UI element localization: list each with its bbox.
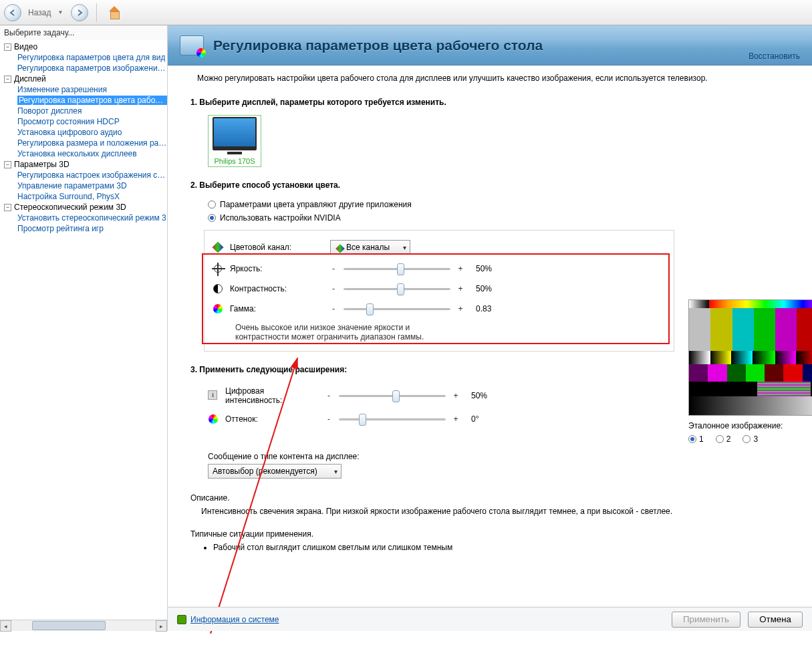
- minus-icon: -: [330, 304, 337, 313]
- tree-item[interactable]: Регулировка параметров изображения д: [17, 63, 167, 73]
- desc-title: Описание.: [190, 493, 797, 503]
- system-info-link[interactable]: Информация о системе: [190, 615, 279, 624]
- content-type-value: Автовыбор (рекомендуется): [213, 467, 317, 476]
- channel-dropdown[interactable]: Все каналы: [330, 240, 410, 255]
- tree-toggle[interactable]: −: [4, 161, 11, 168]
- tree-item[interactable]: Установка нескольких дисплеев: [17, 149, 137, 158]
- radio-icon: [208, 201, 216, 209]
- tree-view[interactable]: −ВидеоРегулировка параметров цвета для в…: [0, 40, 167, 620]
- content-type-label: Сообщение о типе контента на дисплее:: [208, 452, 797, 461]
- tree-toggle[interactable]: −: [4, 43, 11, 51]
- content-type-dropdown[interactable]: Автовыбор (рекомендуется): [208, 464, 342, 479]
- scroll-right-arrow[interactable]: ▸: [156, 620, 167, 632]
- tree-category[interactable]: Стереоскопический режим 3D: [14, 203, 126, 212]
- digital-value: 50%: [471, 391, 498, 400]
- plus-icon: +: [452, 414, 459, 424]
- page-header: Регулировка параметров цвета рабочего ст…: [168, 25, 812, 66]
- radio-other-apps[interactable]: Параметрами цвета управляют другие прило…: [208, 198, 797, 211]
- header-icon: [180, 35, 204, 55]
- tree-item[interactable]: Установить стереоскопический режим 3: [17, 213, 166, 223]
- tree-item[interactable]: Просмотр рейтинга игр: [17, 224, 104, 233]
- radio-icon: [742, 435, 751, 443]
- tree-item[interactable]: Просмотр состояния HDCP: [17, 117, 120, 126]
- gamma-row: Гамма: - + 0.83: [213, 299, 666, 319]
- preview-label: Эталонное изображение:: [688, 421, 812, 430]
- radio-icon: [716, 435, 724, 443]
- gamma-note: Очень высокое или низкое значение яркост…: [235, 323, 462, 342]
- brightness-slider[interactable]: [344, 263, 450, 275]
- radio-label: Параметрами цвета управляют другие прило…: [220, 200, 412, 209]
- tree-item[interactable]: Регулировка размера и положения рабо: [17, 138, 167, 148]
- tree-item[interactable]: Настройка Surround, PhysX: [17, 192, 120, 201]
- restore-link[interactable]: Восстановить: [749, 51, 800, 61]
- brightness-value: 50%: [476, 264, 503, 273]
- brightness-label: Яркость:: [230, 264, 323, 273]
- digital-slider[interactable]: [339, 390, 446, 402]
- contrast-icon: [213, 283, 223, 294]
- scroll-left-arrow[interactable]: ◂: [0, 620, 11, 632]
- sidebar: Выберите задачу... −ВидеоРегулировка пар…: [0, 25, 168, 631]
- display-tile[interactable]: Philips 170S: [208, 115, 261, 167]
- nvidia-icon: [177, 615, 186, 624]
- monitor-icon: [213, 117, 257, 150]
- step2-title: 2. Выберите способ установки цвета.: [190, 180, 797, 190]
- radio-icon: [208, 214, 216, 222]
- channel-dd-icon: [335, 243, 343, 251]
- gamma-slider[interactable]: [344, 303, 450, 315]
- contrast-row: Контрастность: - + 50%: [213, 279, 666, 299]
- sidebar-hscrollbar[interactable]: ◂ ▸: [0, 620, 167, 631]
- desc-body: Интенсивность свечения экрана. При низко…: [201, 507, 797, 516]
- tree-item[interactable]: Управление параметрами 3D: [17, 181, 127, 190]
- plus-icon: +: [457, 264, 464, 273]
- minus-icon: -: [325, 414, 332, 424]
- radio-label: 1: [699, 434, 704, 444]
- tree-item[interactable]: Регулировка настроек изображения с пр: [17, 170, 167, 180]
- tree-category[interactable]: Параметры 3D: [14, 160, 70, 169]
- preview-panel: Эталонное изображение: 123: [688, 299, 812, 444]
- forward-button[interactable]: [71, 4, 88, 21]
- scroll-thumb[interactable]: [32, 621, 106, 630]
- display-name: Philips 170S: [214, 157, 255, 165]
- tree-item[interactable]: Установка цифрового аудио: [17, 128, 122, 137]
- radio-icon: [688, 435, 696, 443]
- tree-item[interactable]: Регулировка параметров цвета рабочег: [17, 96, 167, 105]
- preview-radio-1[interactable]: 1: [688, 434, 704, 444]
- preview-radio-3[interactable]: 3: [742, 434, 758, 444]
- hue-label: Оттенок:: [225, 414, 319, 424]
- color-bars-preview: [688, 299, 812, 416]
- radio-nvidia[interactable]: Использовать настройки NVIDIA: [208, 211, 797, 225]
- contrast-slider[interactable]: [344, 283, 450, 295]
- back-dropdown-icon[interactable]: ▼: [57, 9, 63, 15]
- main-panel: Регулировка параметров цвета рабочего ст…: [168, 25, 812, 631]
- page-title: Регулировка параметров цвета рабочего ст…: [213, 37, 543, 53]
- cancel-button[interactable]: Отмена: [748, 612, 803, 628]
- typical-title: Типичные ситуации применения.: [190, 529, 797, 539]
- tree-category[interactable]: Дисплей: [14, 74, 46, 84]
- plus-icon: +: [452, 391, 459, 400]
- brightness-icon: [213, 263, 223, 274]
- top-toolbar: Назад ▼: [0, 0, 812, 25]
- tree-toggle[interactable]: −: [4, 76, 11, 83]
- tree-category[interactable]: Видео: [14, 42, 37, 51]
- channel-value: Все каналы: [346, 243, 390, 252]
- hue-icon: [208, 414, 219, 424]
- minus-icon: -: [330, 284, 337, 293]
- apply-button[interactable]: Применить: [672, 612, 740, 628]
- plus-icon: +: [457, 304, 464, 313]
- color-settings-box: Цветовой канал: Все каналы Яркость: -: [204, 230, 674, 352]
- tree-item[interactable]: Изменение разрешения: [17, 85, 107, 94]
- gamma-label: Гамма:: [230, 304, 323, 313]
- radio-label: 3: [753, 434, 758, 444]
- hue-slider[interactable]: [339, 413, 446, 425]
- step1-title: 1. Выберите дисплей, параметры которого …: [190, 98, 797, 107]
- gamma-value: 0.83: [476, 304, 503, 313]
- tree-item[interactable]: Поворот дисплея: [17, 106, 82, 116]
- radio-label: Использовать настройки NVIDIA: [220, 213, 341, 223]
- preview-radio-2[interactable]: 2: [716, 434, 731, 444]
- plus-icon: +: [457, 284, 464, 293]
- tree-item[interactable]: Регулировка параметров цвета для вид: [17, 53, 165, 62]
- tree-toggle[interactable]: −: [4, 204, 11, 211]
- home-button[interactable]: [105, 3, 124, 22]
- channel-label: Цветовой канал:: [230, 243, 323, 252]
- back-button[interactable]: [4, 4, 21, 21]
